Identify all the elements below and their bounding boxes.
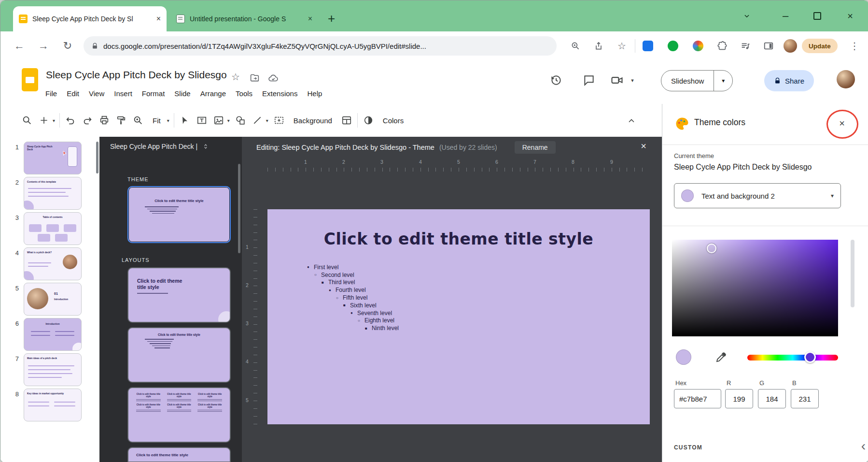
- theme-title-placeholder[interactable]: Click to edit theme title style: [267, 230, 650, 248]
- insert-line-icon[interactable]: [251, 114, 264, 127]
- cloud-saved-icon[interactable]: [268, 73, 279, 84]
- print-icon[interactable]: [98, 114, 111, 127]
- new-tab-button[interactable]: +: [328, 12, 335, 25]
- browser-menu-kebab-icon[interactable]: ⋮: [848, 40, 861, 52]
- slide-thumbnail-5[interactable]: 01 Introduction: [24, 283, 82, 316]
- chrome-update-button[interactable]: Update: [802, 39, 838, 53]
- comment-icon[interactable]: [582, 73, 596, 87]
- menu-file[interactable]: File: [41, 87, 61, 100]
- menu-format[interactable]: Format: [138, 87, 169, 100]
- layout-icon[interactable]: [340, 114, 353, 127]
- slide-thumbnail-4[interactable]: What is a pitch deck?: [24, 247, 82, 280]
- menu-tools[interactable]: Tools: [231, 87, 257, 100]
- share-page-icon[interactable]: [592, 40, 605, 52]
- theme-body-placeholder[interactable]: ●First level ○Second level ■Third level …: [307, 263, 399, 332]
- side-panel-icon[interactable]: [762, 40, 775, 52]
- bookmark-star-icon[interactable]: ☆: [616, 40, 628, 52]
- slide-thumbnail-6[interactable]: Introduction: [24, 318, 82, 351]
- slideshow-button[interactable]: Slideshow: [661, 77, 714, 85]
- maximize-button[interactable]: [811, 9, 824, 23]
- redo-icon[interactable]: [81, 114, 94, 127]
- close-theme-editor-icon[interactable]: ×: [641, 141, 646, 152]
- fit-caret[interactable]: ▾: [167, 118, 169, 123]
- hue-slider[interactable]: [747, 355, 838, 361]
- move-folder-icon[interactable]: [250, 73, 260, 83]
- slideshow-caret[interactable]: ▾: [714, 77, 732, 84]
- select-tool-icon[interactable]: [179, 114, 191, 127]
- slide-editing-surface[interactable]: Click to edit theme title style ●First l…: [267, 209, 650, 424]
- collapse-panel-chevron-icon[interactable]: ‹: [861, 439, 866, 453]
- slide-thumbnail-2[interactable]: Contents of this template: [24, 177, 82, 210]
- collapse-toolbar-chevron-icon[interactable]: [625, 115, 638, 127]
- tab-search-chevron-icon[interactable]: [740, 9, 754, 23]
- menu-help[interactable]: Help: [303, 87, 326, 100]
- menu-extensions[interactable]: Extensions: [258, 87, 302, 100]
- rename-button[interactable]: Rename: [515, 141, 556, 154]
- tab-close-icon[interactable]: ×: [156, 14, 161, 23]
- line-caret[interactable]: ▾: [266, 118, 268, 123]
- close-panel-icon[interactable]: ×: [835, 116, 849, 130]
- reload-button[interactable]: ↻: [61, 40, 74, 52]
- saturation-value-picker[interactable]: [672, 240, 838, 336]
- account-avatar[interactable]: [837, 70, 855, 88]
- hue-slider-thumb[interactable]: [804, 351, 816, 363]
- insert-image-icon[interactable]: [212, 114, 225, 127]
- document-title[interactable]: Sleep Cycle App Pitch Deck by Slidesgo: [46, 69, 227, 81]
- slide-thumbnail-8[interactable]: Key ideas in market opportunity: [24, 389, 82, 421]
- undo-icon[interactable]: [64, 114, 77, 127]
- image-caret[interactable]: ▾: [227, 118, 230, 123]
- layout-thumbnail-2[interactable]: Click to edit theme title style: [127, 327, 231, 383]
- zoom-tool-icon[interactable]: [132, 114, 144, 127]
- color-role-select[interactable]: Text and background 2 ▾: [674, 183, 841, 208]
- browser-profile-avatar[interactable]: [784, 39, 797, 53]
- insert-placeholder-icon[interactable]: [273, 114, 285, 127]
- new-slide-button[interactable]: [38, 114, 50, 127]
- queue-music-icon[interactable]: [739, 40, 752, 52]
- extension-pinwheel-icon[interactable]: [692, 40, 704, 52]
- tab-close-icon[interactable]: ×: [308, 14, 312, 23]
- layout-thumbnail-1[interactable]: Click to edit theme title style: [127, 267, 231, 323]
- sort-arrows-icon[interactable]: [202, 143, 209, 150]
- slide-thumbnail-1[interactable]: Sleep Cycle App Pitch Deck: [24, 142, 82, 174]
- b-input[interactable]: [791, 389, 819, 408]
- meet-camera-icon[interactable]: [610, 73, 624, 87]
- version-history-icon[interactable]: [549, 73, 563, 87]
- slide-thumbnail-7[interactable]: Main ideas of a pitch deck: [24, 353, 82, 386]
- layout-thumbnail-4-partial[interactable]: Click to edit theme title style: [127, 447, 231, 462]
- paint-format-icon[interactable]: [115, 114, 127, 127]
- menu-insert[interactable]: Insert: [110, 87, 137, 100]
- theme-master-thumbnail[interactable]: Click to edit theme title style: [127, 186, 231, 243]
- theme-icon[interactable]: [362, 114, 375, 127]
- colors-button[interactable]: Colors: [379, 114, 407, 128]
- picker-cursor[interactable]: [707, 244, 716, 253]
- back-button[interactable]: ←: [13, 40, 26, 52]
- panel-scrollbar[interactable]: [851, 240, 854, 307]
- menu-arrange[interactable]: Arrange: [196, 87, 230, 100]
- zoom-icon[interactable]: [569, 40, 582, 52]
- extensions-puzzle-icon[interactable]: [716, 40, 728, 52]
- menu-edit[interactable]: Edit: [62, 87, 84, 100]
- extension-blue-icon[interactable]: [642, 40, 654, 52]
- new-slide-caret[interactable]: ▾: [53, 118, 55, 123]
- g-input[interactable]: [758, 389, 786, 408]
- tab-untitled-presentation[interactable]: Untitled presentation - Google S ×: [170, 6, 318, 31]
- filmstrip-scrollbar[interactable]: [96, 142, 98, 173]
- layout-thumbnail-3[interactable]: Click to edit theme title style Click to…: [127, 387, 231, 443]
- theme-list-scrollbar[interactable]: [238, 164, 240, 253]
- hex-input[interactable]: [674, 389, 721, 408]
- r-input[interactable]: [725, 389, 753, 408]
- star-document-icon[interactable]: ☆: [231, 71, 240, 83]
- background-button[interactable]: Background: [290, 114, 336, 128]
- slide-thumbnail-3[interactable]: Table of contents: [24, 212, 82, 245]
- forward-button[interactable]: →: [37, 40, 50, 52]
- zoom-fit-select[interactable]: Fit: [149, 114, 165, 128]
- tab-current-presentation[interactable]: Sleep Cycle App Pitch Deck by Sl ×: [13, 6, 167, 31]
- url-bar[interactable]: docs.google.com/presentation/d/1TZq4AWgi…: [84, 36, 557, 56]
- eyedropper-button[interactable]: [713, 348, 730, 366]
- window-close-button[interactable]: ×: [843, 9, 857, 23]
- insert-shape-icon[interactable]: [234, 114, 247, 127]
- menu-view[interactable]: View: [84, 87, 109, 100]
- menu-slide[interactable]: Slide: [170, 87, 195, 100]
- minimize-button[interactable]: –: [779, 9, 792, 23]
- extension-green-icon[interactable]: [667, 40, 679, 52]
